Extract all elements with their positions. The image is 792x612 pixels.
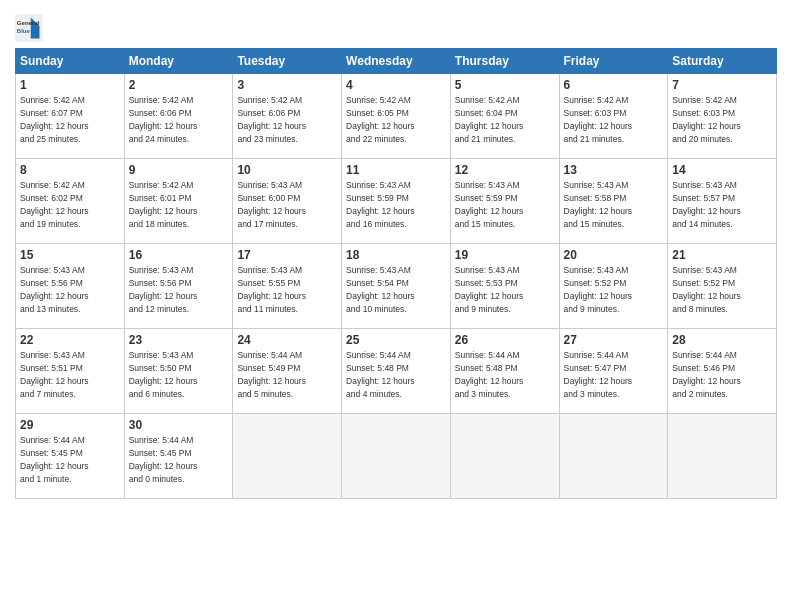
day-info: Sunrise: 5:43 AM Sunset: 5:50 PM Dayligh…	[129, 350, 198, 398]
day-number: 26	[455, 332, 555, 348]
calendar-cell	[233, 414, 342, 499]
week-row-1: 1Sunrise: 5:42 AM Sunset: 6:07 PM Daylig…	[16, 74, 777, 159]
day-info: Sunrise: 5:43 AM Sunset: 5:51 PM Dayligh…	[20, 350, 89, 398]
day-info: Sunrise: 5:43 AM Sunset: 5:56 PM Dayligh…	[20, 265, 89, 313]
day-number: 20	[564, 247, 664, 263]
day-info: Sunrise: 5:43 AM Sunset: 5:59 PM Dayligh…	[455, 180, 524, 228]
day-info: Sunrise: 5:42 AM Sunset: 6:07 PM Dayligh…	[20, 95, 89, 143]
day-number: 15	[20, 247, 120, 263]
logo-icon: General Blue	[15, 14, 43, 42]
day-info: Sunrise: 5:42 AM Sunset: 6:05 PM Dayligh…	[346, 95, 415, 143]
weekday-header-wednesday: Wednesday	[342, 49, 451, 74]
calendar-cell: 6Sunrise: 5:42 AM Sunset: 6:03 PM Daylig…	[559, 74, 668, 159]
day-number: 24	[237, 332, 337, 348]
calendar-cell	[342, 414, 451, 499]
day-number: 16	[129, 247, 229, 263]
calendar-cell: 16Sunrise: 5:43 AM Sunset: 5:56 PM Dayli…	[124, 244, 233, 329]
calendar-cell: 12Sunrise: 5:43 AM Sunset: 5:59 PM Dayli…	[450, 159, 559, 244]
calendar-cell: 27Sunrise: 5:44 AM Sunset: 5:47 PM Dayli…	[559, 329, 668, 414]
calendar-cell: 25Sunrise: 5:44 AM Sunset: 5:48 PM Dayli…	[342, 329, 451, 414]
day-number: 29	[20, 417, 120, 433]
calendar-cell: 4Sunrise: 5:42 AM Sunset: 6:05 PM Daylig…	[342, 74, 451, 159]
day-info: Sunrise: 5:42 AM Sunset: 6:02 PM Dayligh…	[20, 180, 89, 228]
day-info: Sunrise: 5:43 AM Sunset: 5:53 PM Dayligh…	[455, 265, 524, 313]
day-info: Sunrise: 5:43 AM Sunset: 5:52 PM Dayligh…	[564, 265, 633, 313]
day-info: Sunrise: 5:42 AM Sunset: 6:06 PM Dayligh…	[129, 95, 198, 143]
calendar-cell: 7Sunrise: 5:42 AM Sunset: 6:03 PM Daylig…	[668, 74, 777, 159]
day-info: Sunrise: 5:42 AM Sunset: 6:01 PM Dayligh…	[129, 180, 198, 228]
calendar-cell	[668, 414, 777, 499]
day-info: Sunrise: 5:44 AM Sunset: 5:45 PM Dayligh…	[20, 435, 89, 483]
calendar-cell: 9Sunrise: 5:42 AM Sunset: 6:01 PM Daylig…	[124, 159, 233, 244]
day-info: Sunrise: 5:42 AM Sunset: 6:04 PM Dayligh…	[455, 95, 524, 143]
weekday-header-saturday: Saturday	[668, 49, 777, 74]
day-number: 5	[455, 77, 555, 93]
calendar-cell: 30Sunrise: 5:44 AM Sunset: 5:45 PM Dayli…	[124, 414, 233, 499]
calendar-cell: 2Sunrise: 5:42 AM Sunset: 6:06 PM Daylig…	[124, 74, 233, 159]
calendar-cell: 3Sunrise: 5:42 AM Sunset: 6:06 PM Daylig…	[233, 74, 342, 159]
day-number: 8	[20, 162, 120, 178]
calendar-cell: 1Sunrise: 5:42 AM Sunset: 6:07 PM Daylig…	[16, 74, 125, 159]
calendar-cell: 8Sunrise: 5:42 AM Sunset: 6:02 PM Daylig…	[16, 159, 125, 244]
day-number: 27	[564, 332, 664, 348]
day-info: Sunrise: 5:43 AM Sunset: 5:59 PM Dayligh…	[346, 180, 415, 228]
day-number: 19	[455, 247, 555, 263]
day-number: 13	[564, 162, 664, 178]
week-row-2: 8Sunrise: 5:42 AM Sunset: 6:02 PM Daylig…	[16, 159, 777, 244]
day-info: Sunrise: 5:43 AM Sunset: 5:56 PM Dayligh…	[129, 265, 198, 313]
calendar-cell: 17Sunrise: 5:43 AM Sunset: 5:55 PM Dayli…	[233, 244, 342, 329]
calendar-table: SundayMondayTuesdayWednesdayThursdayFrid…	[15, 48, 777, 499]
day-number: 22	[20, 332, 120, 348]
day-info: Sunrise: 5:44 AM Sunset: 5:48 PM Dayligh…	[346, 350, 415, 398]
day-info: Sunrise: 5:43 AM Sunset: 5:52 PM Dayligh…	[672, 265, 741, 313]
calendar-cell: 26Sunrise: 5:44 AM Sunset: 5:48 PM Dayli…	[450, 329, 559, 414]
week-row-4: 22Sunrise: 5:43 AM Sunset: 5:51 PM Dayli…	[16, 329, 777, 414]
day-info: Sunrise: 5:43 AM Sunset: 5:58 PM Dayligh…	[564, 180, 633, 228]
calendar-cell: 22Sunrise: 5:43 AM Sunset: 5:51 PM Dayli…	[16, 329, 125, 414]
day-info: Sunrise: 5:43 AM Sunset: 5:55 PM Dayligh…	[237, 265, 306, 313]
calendar-cell: 19Sunrise: 5:43 AM Sunset: 5:53 PM Dayli…	[450, 244, 559, 329]
day-info: Sunrise: 5:44 AM Sunset: 5:49 PM Dayligh…	[237, 350, 306, 398]
calendar-cell: 28Sunrise: 5:44 AM Sunset: 5:46 PM Dayli…	[668, 329, 777, 414]
day-info: Sunrise: 5:44 AM Sunset: 5:48 PM Dayligh…	[455, 350, 524, 398]
calendar-cell	[559, 414, 668, 499]
weekday-header-monday: Monday	[124, 49, 233, 74]
calendar-cell: 20Sunrise: 5:43 AM Sunset: 5:52 PM Dayli…	[559, 244, 668, 329]
week-row-3: 15Sunrise: 5:43 AM Sunset: 5:56 PM Dayli…	[16, 244, 777, 329]
day-info: Sunrise: 5:43 AM Sunset: 5:54 PM Dayligh…	[346, 265, 415, 313]
calendar-cell: 10Sunrise: 5:43 AM Sunset: 6:00 PM Dayli…	[233, 159, 342, 244]
day-number: 2	[129, 77, 229, 93]
day-number: 9	[129, 162, 229, 178]
calendar-body: 1Sunrise: 5:42 AM Sunset: 6:07 PM Daylig…	[16, 74, 777, 499]
calendar-cell: 14Sunrise: 5:43 AM Sunset: 5:57 PM Dayli…	[668, 159, 777, 244]
calendar-cell	[450, 414, 559, 499]
day-number: 14	[672, 162, 772, 178]
day-number: 7	[672, 77, 772, 93]
calendar-cell: 13Sunrise: 5:43 AM Sunset: 5:58 PM Dayli…	[559, 159, 668, 244]
day-info: Sunrise: 5:43 AM Sunset: 6:00 PM Dayligh…	[237, 180, 306, 228]
day-info: Sunrise: 5:42 AM Sunset: 6:03 PM Dayligh…	[672, 95, 741, 143]
day-info: Sunrise: 5:43 AM Sunset: 5:57 PM Dayligh…	[672, 180, 741, 228]
calendar-cell: 11Sunrise: 5:43 AM Sunset: 5:59 PM Dayli…	[342, 159, 451, 244]
day-info: Sunrise: 5:44 AM Sunset: 5:47 PM Dayligh…	[564, 350, 633, 398]
calendar-header: SundayMondayTuesdayWednesdayThursdayFrid…	[16, 49, 777, 74]
weekday-header-tuesday: Tuesday	[233, 49, 342, 74]
svg-text:Blue: Blue	[17, 27, 31, 34]
day-number: 23	[129, 332, 229, 348]
day-number: 25	[346, 332, 446, 348]
day-info: Sunrise: 5:44 AM Sunset: 5:46 PM Dayligh…	[672, 350, 741, 398]
day-number: 28	[672, 332, 772, 348]
page: General Blue SundayMondayTuesdayWednesda…	[0, 0, 792, 612]
weekday-header-thursday: Thursday	[450, 49, 559, 74]
day-number: 4	[346, 77, 446, 93]
day-number: 18	[346, 247, 446, 263]
day-number: 30	[129, 417, 229, 433]
weekday-header-sunday: Sunday	[16, 49, 125, 74]
logo: General Blue	[15, 14, 43, 42]
calendar-cell: 5Sunrise: 5:42 AM Sunset: 6:04 PM Daylig…	[450, 74, 559, 159]
calendar-cell: 29Sunrise: 5:44 AM Sunset: 5:45 PM Dayli…	[16, 414, 125, 499]
week-row-5: 29Sunrise: 5:44 AM Sunset: 5:45 PM Dayli…	[16, 414, 777, 499]
day-number: 10	[237, 162, 337, 178]
day-number: 1	[20, 77, 120, 93]
calendar-cell: 23Sunrise: 5:43 AM Sunset: 5:50 PM Dayli…	[124, 329, 233, 414]
